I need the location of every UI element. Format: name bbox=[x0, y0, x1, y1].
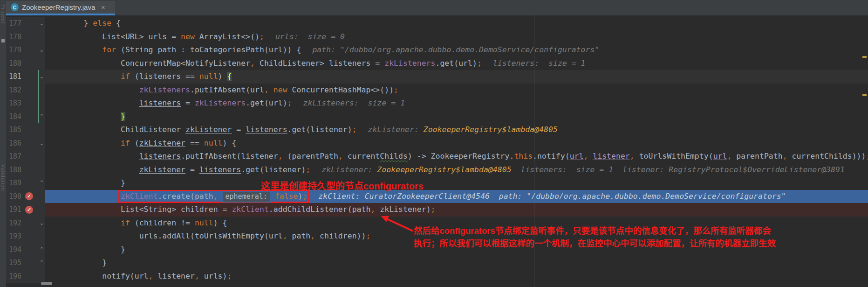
code-line[interactable]: } bbox=[45, 256, 868, 270]
fold-up-icon[interactable]: ⌃ bbox=[39, 176, 45, 190]
gutter[interactable]: 177⌄ bbox=[6, 17, 45, 30]
line-number[interactable]: 194 bbox=[6, 243, 21, 257]
line-number[interactable]: 184 bbox=[6, 110, 21, 124]
code-token: listeners bbox=[139, 152, 181, 161]
line-number[interactable]: 178 bbox=[6, 30, 21, 44]
gutter[interactable]: 189⌃ bbox=[6, 176, 45, 190]
ide-window: C ZookeeperRegistry.java × 1: Project Va… bbox=[0, 0, 868, 287]
gutter[interactable]: 179⌄ bbox=[6, 43, 45, 57]
line-number[interactable]: 180 bbox=[6, 57, 21, 70]
line-number[interactable]: 192 bbox=[6, 217, 21, 230]
tab-zookeeperregistry[interactable]: C ZookeeperRegistry.java × bbox=[6, 1, 115, 14]
tab-close-icon[interactable]: × bbox=[101, 4, 105, 11]
code-token: , bbox=[727, 152, 731, 161]
code-token: .putIfAbsent(url bbox=[190, 85, 264, 94]
code-token: .get(url) bbox=[436, 59, 477, 68]
gutter[interactable]: 186⌄ bbox=[6, 137, 45, 150]
fold-up-icon[interactable]: ⌃ bbox=[39, 256, 45, 270]
line-number[interactable]: 185 bbox=[6, 123, 21, 137]
error-stripe-mark[interactable] bbox=[862, 94, 867, 96]
gutter[interactable]: 185 bbox=[6, 123, 45, 137]
fold-down-icon[interactable]: ⌄ bbox=[39, 17, 45, 30]
gutter[interactable]: 178 bbox=[6, 30, 45, 44]
line-number[interactable]: 189 bbox=[6, 176, 21, 190]
gutter[interactable]: 183 bbox=[6, 97, 45, 110]
code-token: = bbox=[232, 125, 246, 134]
line-number[interactable]: 183 bbox=[6, 97, 21, 110]
gutter[interactable]: 195⌃ bbox=[6, 256, 45, 270]
code-token: url bbox=[570, 152, 584, 161]
gutter[interactable]: 180 bbox=[6, 57, 45, 70]
code-line[interactable]: if (listeners == null) { bbox=[45, 70, 868, 84]
fold-down-icon[interactable]: ⌄ bbox=[39, 137, 45, 150]
code-line[interactable]: ConcurrentMap<NotifyListener, ChildListe… bbox=[45, 57, 868, 70]
tool-window-square-icon bbox=[1, 39, 5, 42]
gutter[interactable]: 182 bbox=[6, 84, 45, 97]
fold-down-icon[interactable]: ⌄ bbox=[39, 217, 45, 230]
code-line[interactable]: if (zkListener == null) { bbox=[45, 137, 868, 150]
code-line[interactable]: } else { bbox=[45, 17, 868, 30]
gutter[interactable]: 194⌃ bbox=[6, 243, 45, 257]
line-number[interactable]: 191 bbox=[6, 203, 21, 217]
breakpoint-icon[interactable]: ✓ bbox=[25, 192, 33, 200]
line-number[interactable]: 188 bbox=[6, 163, 21, 177]
code-line[interactable]: for (String path : toCategoriesPath(url)… bbox=[45, 43, 868, 57]
gutter[interactable]: 184⌃ bbox=[6, 110, 45, 124]
gutter[interactable]: 196 bbox=[6, 270, 45, 283]
code-line[interactable]: ChildListener zkListener = listeners.get… bbox=[45, 123, 868, 137]
code-line[interactable]: zkListener = listeners.get(listener);zkL… bbox=[45, 163, 868, 177]
code-line[interactable]: zkListeners.putIfAbsent(url, new Concurr… bbox=[45, 84, 868, 97]
code-token: , bbox=[250, 59, 255, 68]
indent bbox=[47, 32, 102, 41]
line-number[interactable]: 179 bbox=[6, 43, 21, 57]
line-number[interactable]: 186 bbox=[6, 137, 21, 150]
code-line[interactable]: List<URL> urls = new ArrayList<>();urls:… bbox=[45, 30, 868, 44]
code-line[interactable]: listeners = zkListeners.get(url);zkListe… bbox=[45, 97, 868, 110]
gutter[interactable]: 181⌄ bbox=[6, 70, 45, 84]
code-token: ; bbox=[352, 125, 357, 134]
hint-token: listeners: size = 1 bbox=[493, 59, 586, 68]
tool-window-label-project[interactable]: 1: Project bbox=[0, 0, 6, 23]
code-token: .putIfAbsent(listener bbox=[181, 152, 278, 161]
line-number[interactable]: 190 bbox=[6, 190, 21, 203]
code-token: = bbox=[370, 59, 384, 68]
line-number[interactable]: 177 bbox=[6, 17, 21, 30]
code-token: ; bbox=[306, 165, 310, 174]
gutter[interactable]: 190✓ bbox=[6, 190, 45, 203]
error-stripe-mark[interactable] bbox=[862, 56, 867, 58]
code-token: listener bbox=[153, 272, 195, 280]
fold-up-icon[interactable]: ⌃ bbox=[39, 243, 45, 257]
code-line[interactable]: notify(url, listener, urls); bbox=[45, 270, 868, 283]
horizontal-scrollbar-thumb[interactable] bbox=[41, 282, 52, 285]
inline-debugger-hint: zkListeners: size = 1 bbox=[303, 98, 405, 107]
code-token: .create(path bbox=[157, 192, 213, 201]
gutter[interactable]: 193 bbox=[6, 230, 45, 243]
indent bbox=[47, 205, 121, 214]
fold-down-icon[interactable]: ⌄ bbox=[39, 43, 45, 57]
code-line[interactable]: List<String> children = zkClient.addChil… bbox=[45, 203, 868, 217]
code-line[interactable]: } bbox=[45, 110, 868, 124]
line-number[interactable]: 195 bbox=[6, 256, 21, 270]
gutter[interactable]: 192⌄ bbox=[6, 217, 45, 230]
indent bbox=[47, 245, 121, 254]
line-number[interactable]: 181 bbox=[6, 70, 21, 84]
line-number[interactable]: 187 bbox=[6, 150, 21, 163]
line-number[interactable]: 196 bbox=[6, 270, 21, 283]
code-token: null bbox=[195, 218, 213, 227]
gutter[interactable]: 191✓ bbox=[6, 203, 45, 217]
line-number[interactable]: 182 bbox=[6, 84, 21, 97]
tool-window-label-validation[interactable]: Validation bbox=[0, 164, 6, 191]
inline-debugger-hint: urls: size = 0 bbox=[275, 32, 345, 41]
code-token: ) bbox=[218, 72, 227, 81]
gutter[interactable]: 188 bbox=[6, 163, 45, 177]
fold-down-icon[interactable]: ⌄ bbox=[39, 70, 45, 84]
code-line[interactable]: zkClient.create(path, ephemeral: false);… bbox=[45, 190, 868, 203]
code-line[interactable]: } bbox=[45, 176, 868, 190]
code-token: false bbox=[275, 192, 298, 201]
fold-up-icon[interactable]: ⌃ bbox=[39, 110, 45, 124]
line-number[interactable]: 193 bbox=[6, 230, 21, 243]
highlight-box-annotation: zkClient.create(path, ephemeral: false); bbox=[121, 192, 307, 201]
breakpoint-icon[interactable]: ✓ bbox=[25, 206, 33, 214]
gutter[interactable]: 187 bbox=[6, 150, 45, 163]
code-line[interactable]: listeners.putIfAbsent(listener, (parentP… bbox=[45, 150, 868, 163]
